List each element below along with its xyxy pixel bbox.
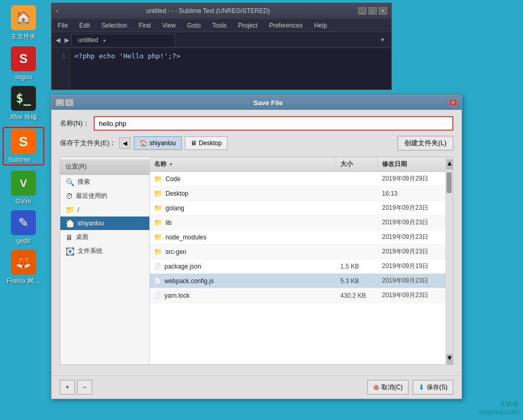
desktop-icon-firefox[interactable]: 🦊 Firefox 网…	[3, 250, 44, 286]
file-date-cell: 16:13	[378, 190, 445, 197]
left-panel: 位置(R) 🔍 搜索 ⏱ 最近使用的 📁 / 🏠 shiyanlou	[60, 157, 150, 364]
firefox-label: Firefox 网…	[7, 277, 40, 286]
file-name-cell: 📁 Code	[150, 175, 336, 183]
save-file-dialog: _ □ Save File ✕ 名称(N)： 保存于文件夹(E)： ◀ 🏠 sh…	[51, 95, 462, 399]
sublime-editor: 1 <?php echo 'Hello php!';?>	[52, 48, 391, 90]
location-desktop-button[interactable]: 🖥 Desktop	[185, 136, 227, 150]
tab-prev-arrow[interactable]: ◀	[54, 36, 62, 44]
file-date-cell: 2019年09月23日	[378, 203, 445, 212]
table-row[interactable]: 📄 webpack.config.js 5.3 KB 2019年09月23日	[150, 274, 445, 288]
dialog-title: Save File	[87, 99, 449, 107]
location-back-button[interactable]: ◀	[119, 137, 131, 149]
tab-dropdown-icon[interactable]: ▼	[376, 37, 389, 43]
desktop-icon-home[interactable]: 🏠 主文件夹	[3, 5, 44, 41]
file-name-cell: 📁 Desktop	[150, 189, 336, 197]
dialog-close-icon[interactable]: ✕	[449, 99, 457, 106]
table-row[interactable]: 📁 src-gen 2019年09月23日	[150, 245, 445, 259]
col-date: 修改日期	[378, 157, 445, 171]
file-browser: 位置(R) 🔍 搜索 ⏱ 最近使用的 📁 / 🏠 shiyanlou	[60, 157, 453, 365]
xfce-icon: $_	[11, 86, 36, 111]
sublime-titlebar: ▪ untitled · - · Sublime Text (UNREGISTE…	[52, 3, 391, 19]
menu-project[interactable]: Project	[236, 21, 260, 30]
left-item-shiyanlou[interactable]: 🏠 shiyanlou	[60, 217, 149, 230]
add-icon: +	[66, 384, 69, 391]
table-row[interactable]: 📁 lib 2019年09月23日	[150, 215, 445, 230]
sublime-window: ▪ untitled · - · Sublime Text (UNREGISTE…	[51, 3, 392, 90]
col-size: 大小	[336, 157, 378, 171]
table-row[interactable]: 📁 Code 2019年09月29日	[150, 172, 445, 186]
left-item-filesystem[interactable]: 💽 文件系统	[60, 244, 149, 258]
right-panel: 名称 ▼ 大小 修改日期 📁 Code 2019年09月29日	[150, 157, 445, 364]
json-file-icon: 📄	[154, 263, 161, 270]
sublime-win-controls: _ □ ✕	[358, 7, 387, 15]
sogou-label: sogou	[15, 73, 32, 81]
table-row[interactable]: 📁 golang 2019年09月23日	[150, 201, 445, 215]
menu-selection[interactable]: Selection	[99, 21, 129, 30]
sublime-title: untitled · - · Sublime Text (UNREGISTERE…	[58, 7, 358, 15]
add-bookmark-button[interactable]: +	[60, 380, 75, 394]
sublime-label: Sublime …	[8, 156, 39, 163]
left-item-search[interactable]: 🔍 搜索	[60, 175, 149, 189]
code-area[interactable]: <?php echo 'Hello php!';?>	[70, 48, 185, 90]
menu-edit[interactable]: Edit	[77, 21, 92, 30]
cancel-x-icon: ⊗	[373, 383, 379, 391]
file-date-cell: 2019年09月23日	[378, 233, 445, 241]
table-row[interactable]: 📄 yarn.lock 430.2 KB 2019年09月23日	[150, 288, 445, 303]
menu-help[interactable]: Help	[312, 21, 329, 30]
scrollbar[interactable]: ▲ ▼	[445, 157, 453, 364]
desktop-icon-gvim[interactable]: V GVim	[3, 171, 44, 205]
save-download-icon: ⬇	[418, 383, 425, 391]
folder-icon: 📁	[154, 204, 162, 212]
maximize-icon[interactable]: □	[368, 7, 377, 15]
menu-goto[interactable]: Goto	[185, 21, 203, 30]
create-folder-button[interactable]: 创建文件夹(L)	[398, 136, 453, 150]
desktop-icon-left: 🖥	[66, 233, 73, 241]
file-name-cell: 📄 webpack.config.js	[150, 277, 336, 285]
footer-action-buttons: ⊗ 取消(C) ⬇ 保存(S)	[367, 380, 453, 394]
menu-view[interactable]: View	[160, 21, 178, 30]
left-item-recent[interactable]: ⏱ 最近使用的	[60, 189, 149, 203]
desktop-icon-sogou[interactable]: S sogou	[3, 46, 44, 81]
col-name-dropdown-icon: ▼	[169, 162, 173, 167]
folder-icon: 📁	[154, 219, 162, 226]
scroll-up-arrow[interactable]: ▲	[447, 159, 453, 170]
remove-bookmark-button[interactable]: −	[77, 380, 92, 394]
file-list: 📁 Code 2019年09月29日 📁 Desktop 16:13	[150, 172, 445, 364]
file-date-cell: 2019年09月29日	[378, 174, 445, 183]
search-icon: 🔍	[66, 178, 74, 186]
location-shiyanlou-button[interactable]: 🏠 shiyanlou	[134, 136, 182, 150]
left-panel-header: 位置(R)	[60, 159, 149, 175]
table-row[interactable]: 📄 package.json 1.5 KB 2019年09月19日	[150, 259, 445, 274]
file-date-cell: 2019年09月23日	[378, 218, 445, 227]
folder-icon: 📁	[154, 233, 162, 241]
desktop-icon-gedit[interactable]: ✎ gedit	[3, 210, 44, 245]
dialog-minimize-icon[interactable]: _	[56, 99, 64, 106]
desktop-icon-xfce[interactable]: $_ Xfce 终端	[3, 86, 44, 122]
menu-file[interactable]: File	[56, 21, 70, 30]
file-size-cell: 5.3 KB	[336, 277, 378, 285]
dialog-footer: + − ⊗ 取消(C) ⬇ 保存(S)	[52, 375, 462, 399]
save-button[interactable]: ⬇ 保存(S)	[413, 380, 453, 394]
scroll-thumb[interactable]	[447, 172, 452, 193]
left-item-root[interactable]: 📁 /	[60, 203, 149, 217]
close-icon[interactable]: ✕	[379, 7, 387, 15]
table-row[interactable]: 📁 Desktop 16:13	[150, 186, 445, 201]
tab-close-icon[interactable]: ●	[101, 37, 108, 43]
minus-icon: −	[83, 384, 86, 391]
menu-find[interactable]: Find	[136, 21, 152, 30]
firefox-icon: 🦊	[11, 250, 36, 275]
minimize-icon[interactable]: _	[358, 7, 366, 15]
untitled-tab[interactable]: untitled ●	[71, 34, 175, 46]
table-row[interactable]: 📁 node_modules 2019年09月23日	[150, 230, 445, 245]
location-label: 保存于文件夹(E)：	[60, 138, 116, 148]
left-item-desktop[interactable]: 🖥 桌面	[60, 230, 149, 244]
desktop-icon-sublime[interactable]: S Sublime …	[3, 127, 44, 166]
filename-input[interactable]	[94, 116, 453, 131]
menu-tools[interactable]: Tools	[210, 21, 229, 30]
dialog-maximize-icon[interactable]: □	[65, 99, 73, 106]
watermark-line2: shiyanlou.com	[479, 409, 519, 416]
scroll-down-arrow[interactable]: ▼	[447, 354, 453, 364]
cancel-button[interactable]: ⊗ 取消(C)	[367, 380, 409, 394]
menu-preferences[interactable]: Preferences	[267, 21, 305, 30]
tab-next-arrow[interactable]: ▶	[62, 36, 71, 44]
